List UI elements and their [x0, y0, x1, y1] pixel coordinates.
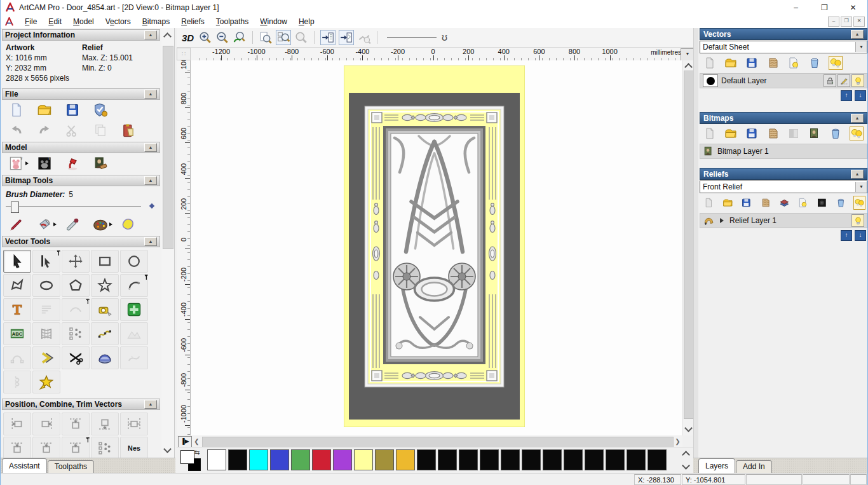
mdi-minimize-button[interactable]: – [828, 17, 839, 27]
star-tool[interactable] [91, 274, 119, 297]
view-3d-button[interactable]: 3D [182, 32, 194, 43]
move-layer-down-button[interactable]: ↓ [855, 90, 866, 101]
colour-swatch-19[interactable] [606, 449, 625, 470]
lock-layer-button[interactable] [824, 74, 836, 87]
expand-layer-icon[interactable] [720, 218, 726, 223]
slider-thumb[interactable] [11, 202, 19, 213]
undo-icon[interactable] [8, 123, 25, 138]
snap-grid-tool[interactable] [120, 298, 148, 321]
align-top-icon[interactable] [62, 413, 90, 435]
collapse-vectors-button[interactable]: ▲ [851, 30, 864, 39]
scroll-left-icon[interactable]: ❮ [193, 437, 201, 446]
flyout-arrow-icon[interactable] [53, 222, 58, 226]
mdi-close-button[interactable]: ✕ [853, 17, 865, 27]
save-relief-layer-icon[interactable] [741, 196, 752, 209]
merge-relief-layers-icon[interactable] [760, 196, 771, 209]
layer-colour-swatch[interactable] [703, 74, 718, 87]
menu-reliefs[interactable]: Reliefs [175, 16, 210, 27]
scroll-down-icon[interactable] [164, 446, 170, 453]
palette-scroll-down-icon[interactable] [682, 463, 689, 469]
layer-visibility-button[interactable] [851, 214, 864, 227]
tab-toolpaths[interactable]: Toolpaths [48, 460, 94, 473]
colour-swatch-4[interactable] [291, 449, 310, 470]
new-relief-layer-icon[interactable] [703, 196, 714, 209]
rectangle-tool[interactable] [91, 250, 119, 273]
vector-doctor-tool[interactable] [32, 371, 60, 393]
copy-icon[interactable] [92, 123, 109, 138]
open-bitmap-layer-icon[interactable] [724, 127, 737, 140]
colour-swatch-13[interactable] [480, 449, 499, 470]
select-vectors-tool[interactable] [3, 250, 31, 273]
merge-bitmap-layers-icon[interactable] [766, 127, 779, 140]
align-bottom-icon[interactable] [91, 413, 119, 435]
align-centre-icon[interactable] [120, 413, 148, 435]
paste-text-block-tool[interactable]: ABC [3, 322, 31, 345]
colour-swatch-10[interactable] [417, 449, 436, 470]
open-model-icon[interactable] [36, 102, 53, 118]
ruler-unit-dropdown[interactable]: ▼ [681, 48, 695, 61]
relief-select[interactable]: Front Relief ▼ [700, 181, 867, 193]
arc-tool[interactable] [120, 274, 148, 297]
align-left-icon[interactable] [3, 413, 31, 435]
collapse-model-button[interactable]: ▲ [144, 143, 157, 152]
relief-layer-row[interactable]: Relief Layer 1 [700, 213, 867, 228]
cut-icon[interactable] [64, 123, 81, 138]
lighting-icon[interactable] [64, 156, 81, 171]
menu-model[interactable]: Model [67, 16, 100, 27]
move-layer-up-button[interactable]: ↑ [841, 90, 852, 101]
bitmap-layer-row[interactable]: Bitmap Layer 1 [700, 144, 867, 159]
canvas-vertical-scrollbar[interactable] [682, 60, 693, 435]
flood-fill-icon[interactable] [36, 217, 53, 232]
menu-toolpaths[interactable]: Toolpaths [210, 16, 254, 27]
node-edit-tool[interactable] [32, 250, 60, 273]
zoom-out-icon[interactable] [215, 31, 229, 44]
colour-reduce-icon[interactable] [120, 217, 137, 232]
save-bitmap-layer-icon[interactable] [745, 127, 758, 140]
collapse-project-info-button[interactable]: ▲ [144, 31, 157, 39]
join-curve-tool[interactable] [120, 346, 148, 369]
toggle-relief-visibility-icon[interactable] [797, 196, 808, 209]
text-on-curve-tool[interactable] [62, 298, 90, 321]
mirror-profile-tool[interactable] [3, 371, 31, 393]
colour-swatch-21[interactable] [648, 449, 667, 470]
align-top2-icon[interactable] [3, 437, 31, 458]
preview-relief-icon[interactable] [357, 31, 371, 44]
colour-swatch-16[interactable] [543, 449, 562, 470]
align-top3-icon[interactable] [32, 437, 60, 458]
open-relief-layer-icon[interactable] [722, 196, 733, 209]
contrast-slider[interactable]: ʊ [387, 31, 447, 44]
toggle-layer-visibility-icon[interactable] [787, 57, 800, 69]
scrollbar-thumb[interactable] [202, 437, 674, 447]
toggle-all-bitmaps-icon[interactable] [850, 127, 863, 140]
palette-scroll-up-icon[interactable] [682, 450, 689, 456]
chevron-down-icon[interactable]: ▼ [855, 182, 867, 192]
polyline-tool[interactable] [3, 274, 31, 297]
close-button[interactable]: ✕ [839, 0, 867, 15]
clear-bitmap-icon[interactable] [92, 156, 109, 171]
colour-swatch-2[interactable] [249, 449, 268, 470]
vector-sheet-select[interactable]: Default Sheet ▼ [700, 41, 867, 53]
zoom-selection-icon[interactable] [294, 31, 308, 44]
menu-bitmaps[interactable]: Bitmaps [137, 16, 175, 27]
scrollbar-thumb[interactable] [684, 71, 694, 419]
block-copy-tool[interactable] [62, 322, 90, 345]
model-wizard-icon[interactable] [92, 102, 109, 118]
colour-swatch-17[interactable] [564, 449, 583, 470]
menu-edit[interactable]: Edit [43, 16, 67, 27]
zoom-objects-icon[interactable] [276, 30, 291, 45]
menu-window[interactable]: Window [254, 16, 293, 27]
colour-swatch-14[interactable] [501, 449, 520, 470]
colour-swatch-3[interactable] [270, 449, 289, 470]
collapse-vector-tools-button[interactable]: ▲ [144, 237, 157, 246]
merge-vector-layers-icon[interactable] [766, 57, 779, 69]
fit-curve-tool[interactable] [91, 322, 119, 345]
zoom-previous-icon[interactable] [233, 31, 247, 44]
transform-tool[interactable] [62, 250, 90, 273]
colour-swatch-11[interactable] [438, 449, 457, 470]
extrude-tool[interactable] [91, 346, 119, 369]
swap-colours-icon[interactable]: ⇆ [194, 449, 200, 456]
new-vector-layer-icon[interactable] [703, 57, 716, 69]
layer-visibility-button[interactable] [851, 74, 864, 87]
new-bitmap-layer-icon[interactable] [703, 127, 716, 140]
colour-swatch-5[interactable] [312, 449, 331, 470]
